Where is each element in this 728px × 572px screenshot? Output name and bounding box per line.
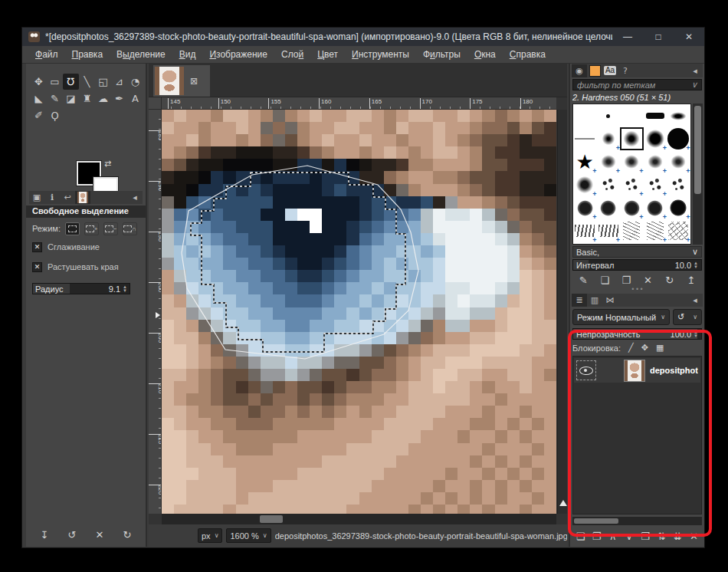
opacity-slider[interactable]: Непрозрачность 100.0 ▲▼ — [572, 328, 702, 340]
lock-alpha-icon[interactable]: ▦ — [656, 343, 664, 353]
menu-справка[interactable]: Справка — [503, 47, 553, 62]
tab-paths[interactable]: ⋈ — [602, 294, 618, 307]
menu-файл[interactable]: Файл — [28, 47, 65, 62]
menu-изображение[interactable]: Изображение — [202, 47, 274, 62]
brush-filter-input[interactable]: фильтр по меткам ∨ — [572, 79, 702, 90]
tool-rectangle-select[interactable]: ▭ — [47, 74, 63, 90]
brush-bar[interactable] — [644, 104, 667, 127]
brush-round[interactable] — [597, 196, 621, 219]
mode-subtract-button[interactable]: − — [103, 222, 118, 235]
layer-mode-dropdown[interactable]: Режим Нормальный ∨ — [572, 309, 670, 325]
spacing-spinner[interactable]: ▲▼ — [694, 261, 698, 269]
horizontal-scrollbar[interactable] — [162, 514, 556, 524]
spacing-slider[interactable]: Интервал 10.0 ▲▼ — [572, 259, 702, 271]
menu-правка[interactable]: Правка — [65, 47, 110, 62]
menu-выделение[interactable]: Выделение — [110, 47, 172, 62]
tab-brushes[interactable]: ◉ — [572, 64, 587, 77]
horizontal-scrollbar-thumb[interactable] — [260, 515, 283, 523]
delete-tool-preset-button[interactable]: ✕ — [91, 529, 108, 541]
feather-edges-checkbox[interactable]: ✕ Растушевать края — [32, 261, 139, 272]
ruler-corner[interactable] — [149, 97, 162, 110]
brush-smear[interactable] — [573, 219, 597, 242]
brush-round[interactable] — [620, 196, 644, 219]
brush-spatter[interactable] — [620, 150, 644, 173]
edit-brush-button[interactable]: ✎ — [575, 274, 592, 286]
tab-channels[interactable]: ▥ — [587, 294, 602, 307]
dock-collapse-icon[interactable]: ◂ — [687, 64, 703, 77]
antialiasing-checkbox[interactable]: ✕ Сглаживание — [32, 242, 139, 252]
tab-undo-history[interactable]: ↩ — [60, 191, 75, 204]
radius-slider[interactable]: Радиус 9.1 ▲▼ — [32, 283, 130, 294]
brush-speck[interactable] — [644, 173, 667, 196]
brush-smear[interactable] — [597, 219, 621, 242]
brush-blob[interactable] — [573, 173, 597, 196]
new-layer-group-button[interactable]: ❐ — [589, 531, 605, 542]
brush-spatter[interactable] — [597, 150, 621, 173]
brush-speck[interactable] — [597, 173, 621, 196]
tool-move[interactable]: ✥ — [31, 74, 47, 90]
menu-инструменты[interactable]: Инструменты — [345, 47, 416, 62]
refresh-brushes-button[interactable]: ↻ — [661, 274, 678, 286]
layers-horizontal-scrollbar[interactable] — [572, 517, 702, 525]
new-brush-button[interactable]: ❏ — [596, 274, 613, 286]
open-brush-as-image-button[interactable]: ↥ — [683, 274, 700, 286]
tool-ink[interactable]: ✒ — [111, 90, 127, 107]
brush-round[interactable] — [644, 196, 667, 219]
tab-device-status[interactable]: ℹ — [44, 191, 60, 204]
close-button[interactable]: ✕ — [674, 28, 704, 46]
image-tab[interactable]: ⊠ — [153, 65, 210, 97]
tool-bucket-fill[interactable]: ◣ — [31, 90, 47, 107]
anchor-layer-button[interactable]: ⇊ — [670, 531, 686, 542]
merge-layer-button[interactable]: ⇅ — [654, 531, 670, 542]
tool-crop[interactable]: ◱ — [95, 74, 111, 90]
layer-visibility-toggle[interactable] — [576, 360, 596, 380]
menu-вид[interactable]: Вид — [172, 47, 203, 62]
horizontal-ruler[interactable]: 145150155160165170175180 — [162, 97, 556, 110]
tool-transform[interactable]: ⊿ — [111, 74, 127, 90]
brush-soft-l[interactable] — [644, 127, 667, 150]
delete-brush-button[interactable]: ✕ — [640, 274, 657, 286]
restore-tool-preset-button[interactable]: ↺ — [64, 529, 80, 541]
mode-group-reset-dropdown[interactable]: ↺ ∨ — [673, 309, 702, 325]
brush-sketch[interactable] — [667, 219, 690, 242]
tab-document-history[interactable]: ? — [618, 64, 633, 77]
brush-blank[interactable] — [620, 104, 644, 127]
vertical-scrollbar[interactable] — [557, 110, 567, 514]
new-layer-button[interactable]: ❏ — [572, 531, 589, 542]
vertical-ruler[interactable]: 185190195200205210215220 — [149, 110, 162, 514]
minimize-button[interactable]: — — [612, 28, 643, 46]
delete-layer-button[interactable]: ✕ — [686, 531, 702, 542]
tool-paintbrush[interactable]: ✎ — [47, 90, 63, 107]
radius-spinner[interactable]: ▲▼ — [123, 285, 127, 293]
maximize-button[interactable]: □ — [643, 28, 674, 46]
tool-zoom[interactable]: Ϙ — [47, 107, 63, 123]
tool-warp[interactable]: ◔ — [127, 74, 143, 90]
brush-line[interactable] — [573, 127, 597, 150]
brush-star[interactable]: ★ — [573, 150, 597, 173]
brush-speck[interactable] — [667, 173, 690, 196]
raise-layer-button[interactable]: ∧ — [605, 531, 621, 542]
tab-image-thumbnail[interactable] — [75, 191, 90, 204]
dock-collapse-icon[interactable]: ◂ — [687, 294, 703, 307]
tab-tool-options[interactable]: ▣ — [29, 191, 44, 204]
brush-round-dark[interactable] — [667, 196, 690, 219]
brush-spatter[interactable] — [644, 150, 667, 173]
tab-fonts[interactable]: Aa — [602, 64, 618, 77]
scroll-up-arrow-icon[interactable] — [559, 500, 567, 506]
brush-round[interactable] — [573, 196, 597, 219]
brush-spatter[interactable] — [667, 150, 690, 173]
mode-add-button[interactable]: + — [84, 222, 99, 235]
menu-слой[interactable]: Слой — [274, 47, 310, 62]
mode-intersect-button[interactable]: ∩ — [123, 222, 137, 235]
brush-scribble[interactable] — [644, 219, 667, 242]
tool-clone[interactable]: ♜ — [79, 90, 95, 107]
menu-фильтры[interactable]: Фильтры — [416, 47, 467, 62]
brush-circle[interactable] — [667, 127, 690, 150]
lower-layer-button[interactable]: ∨ — [621, 531, 637, 542]
brush-ellipse[interactable] — [667, 104, 690, 127]
tool-text[interactable]: A — [127, 90, 143, 107]
opacity-spinner[interactable]: ▲▼ — [694, 330, 698, 338]
menu-окна[interactable]: Окна — [467, 47, 503, 62]
brush-soft-m[interactable] — [620, 127, 644, 150]
brush-dot[interactable] — [597, 104, 621, 127]
